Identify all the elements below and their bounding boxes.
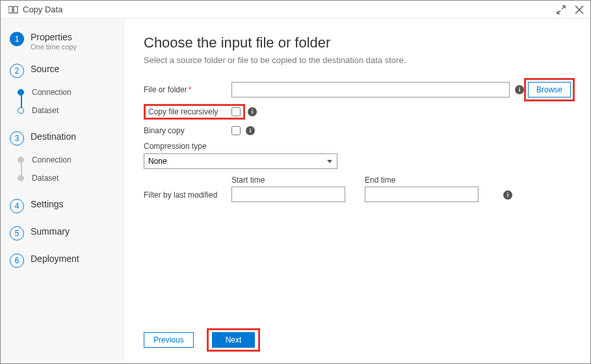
step-deployment[interactable]: 6 Deployment xyxy=(10,254,117,268)
copy-recursively-row: Copy file recursively i xyxy=(144,104,571,120)
step-number-icon: 6 xyxy=(10,254,24,268)
step-settings[interactable]: 4 Settings xyxy=(10,199,117,213)
titlebar-right xyxy=(557,5,584,14)
step-number-icon: 1 xyxy=(10,32,24,46)
svg-rect-1 xyxy=(14,6,18,13)
step-label: Deployment xyxy=(31,254,79,264)
file-folder-label: File or folder* xyxy=(144,85,231,94)
file-folder-row: File or folder* i Browse xyxy=(144,82,571,98)
binary-copy-label: Binary copy xyxy=(144,126,231,135)
copy-recursively-checkbox[interactable] xyxy=(231,107,241,116)
wizard-footer: Previous Next xyxy=(144,322,571,352)
page-subtext: Select a source folder or file to be cop… xyxy=(144,55,571,65)
start-time-input[interactable] xyxy=(231,187,345,202)
step-summary[interactable]: 5 Summary xyxy=(10,226,117,240)
substep-dot-icon xyxy=(18,107,24,114)
next-button[interactable]: Next xyxy=(212,332,256,348)
end-time-input[interactable] xyxy=(365,187,479,202)
step-label: Source xyxy=(31,64,59,74)
compression-row: Compression type None xyxy=(144,142,571,169)
step-number-icon: 4 xyxy=(10,199,24,213)
end-time-label: End time xyxy=(365,176,479,185)
step-label: Destination xyxy=(31,131,76,142)
substep-label: Dataset xyxy=(32,174,59,183)
substep-dataset[interactable]: Dataset xyxy=(18,169,117,187)
svg-rect-0 xyxy=(8,6,12,13)
destination-substeps: Connection Dataset xyxy=(18,151,117,187)
end-time-col: End time xyxy=(365,176,479,202)
step-number-icon: 5 xyxy=(10,226,24,240)
step-label: Settings xyxy=(31,199,64,209)
expand-icon[interactable] xyxy=(557,5,566,14)
binary-copy-row: Binary copy i xyxy=(144,126,571,135)
close-icon[interactable] xyxy=(575,5,584,14)
substep-connection[interactable]: Connection xyxy=(18,151,117,169)
main-panel: Choose the input file or folder Select a… xyxy=(124,19,590,361)
info-icon[interactable]: i xyxy=(503,190,512,200)
start-time-label: Start time xyxy=(231,176,345,185)
source-substeps: Connection Dataset xyxy=(18,83,117,120)
substep-dot-icon xyxy=(18,89,24,96)
substep-label: Dataset xyxy=(32,106,59,115)
step-properties[interactable]: 1 Properties One time copy xyxy=(10,32,117,51)
info-icon[interactable]: i xyxy=(515,85,524,94)
substep-label: Connection xyxy=(32,88,72,97)
copy-data-icon xyxy=(8,5,19,14)
step-label: Summary xyxy=(31,226,70,237)
titlebar-left: Copy Data xyxy=(8,5,62,14)
substep-dot-icon xyxy=(18,175,24,181)
filter-row: Filter by last modified Start time End t… xyxy=(144,178,571,202)
browse-button[interactable]: Browse xyxy=(528,82,571,98)
step-number-icon: 3 xyxy=(10,131,24,146)
page-heading: Choose the input file or folder xyxy=(144,34,571,51)
copy-recursively-label: Copy file recursively xyxy=(148,107,231,116)
content: 1 Properties One time copy 2 Source Conn… xyxy=(1,19,590,361)
substep-dot-icon xyxy=(18,157,24,163)
previous-button[interactable]: Previous xyxy=(144,332,194,348)
start-time-col: Start time xyxy=(231,176,345,202)
info-icon[interactable]: i xyxy=(248,107,257,116)
compression-label: Compression type xyxy=(144,142,231,151)
filter-label: Filter by last modified xyxy=(144,190,231,202)
titlebar: Copy Data xyxy=(1,1,590,19)
step-label: Properties xyxy=(31,32,77,42)
substep-dataset[interactable]: Dataset xyxy=(18,101,117,120)
file-folder-input[interactable] xyxy=(231,82,510,98)
substep-connection[interactable]: Connection xyxy=(18,83,117,101)
substep-label: Connection xyxy=(32,155,72,164)
wizard-sidebar: 1 Properties One time copy 2 Source Conn… xyxy=(1,19,124,361)
window-title: Copy Data xyxy=(23,5,62,14)
compression-select[interactable]: None xyxy=(144,153,337,169)
step-source[interactable]: 2 Source xyxy=(10,64,117,78)
binary-copy-checkbox[interactable] xyxy=(231,126,241,135)
info-icon[interactable]: i xyxy=(246,126,255,135)
step-destination[interactable]: 3 Destination xyxy=(10,131,117,146)
step-number-icon: 2 xyxy=(10,64,24,78)
step-subtitle: One time copy xyxy=(31,43,77,51)
